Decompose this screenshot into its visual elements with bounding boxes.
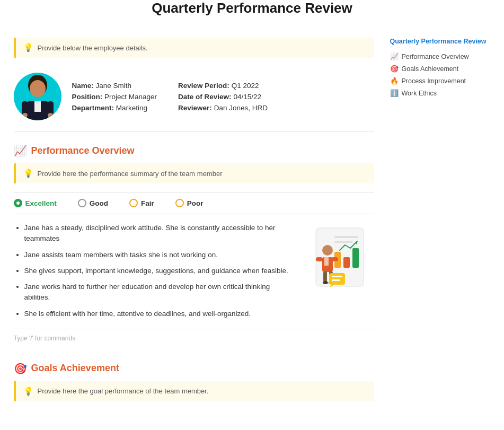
rating-good[interactable]: Good [78,199,108,207]
performance-bullets: Jane has a steady, disciplined work atti… [14,223,289,319]
radio-excellent[interactable] [14,199,22,207]
svg-point-17 [322,245,333,256]
rating-group: Excellent Good Fair Poor [14,192,374,214]
page-title: Quarterly Performance Review [0,0,504,16]
detail-col-right: Review Period: Q1 2022 Date of Review: 0… [178,82,268,112]
sidebar-ethics-label: Work Ethics [402,90,437,97]
rating-good-label: Good [90,199,108,207]
sidebar-item-performance[interactable]: 📈 Performance Overview [390,50,491,63]
rating-excellent[interactable]: Excellent [14,199,57,207]
employee-department-row: Department: Marketing [72,104,157,112]
bullet-1: Jane has a steady, disciplined work atti… [24,223,289,244]
goals-info-text: Provide here the goal performance of the… [38,387,209,395]
sidebar-goals-icon: 🎯 [390,65,399,73]
review-period-row: Review Period: Q1 2022 [178,82,268,90]
sidebar-performance-label: Performance Overview [402,53,469,60]
bullet-3: She gives support, important knowledge, … [24,266,289,276]
rating-poor-label: Poor [187,199,204,207]
bullet-list: Jane has a steady, disciplined work atti… [14,223,289,324]
performance-icon: 📈 [14,144,27,157]
svg-rect-28 [332,279,340,281]
svg-point-9 [48,113,53,117]
svg-rect-19 [324,257,329,266]
bullet-4: Jane works hard to further her education… [24,282,289,303]
svg-point-8 [22,113,28,117]
command-hint: Type '/' for commands [14,329,374,347]
goals-title: Goals Achievement [31,363,119,374]
goals-icon: 🎯 [14,362,27,375]
bullet-2: Jane assists team members with tasks she… [24,250,289,260]
svg-point-22 [323,281,328,284]
svg-rect-27 [332,276,342,277]
performance-info-box: 💡 Provide here the performance summary o… [14,163,374,183]
radio-good[interactable] [78,199,86,207]
rating-fair[interactable]: Fair [129,199,154,207]
rating-poor[interactable]: Poor [175,199,204,207]
svg-rect-26 [329,273,345,285]
svg-rect-25 [331,257,338,261]
sidebar-performance-icon: 📈 [390,52,399,60]
main-content: 💡 Provide below the employee details. [14,38,385,416]
sidebar-item-ethics[interactable]: ℹ️ Work Ethics [390,87,491,99]
bullet-5: She is efficient with her time, attentiv… [24,309,289,319]
goals-info-box: 💡 Provide here the goal performance of t… [14,381,374,401]
svg-rect-12 [334,241,353,243]
employee-card: Name: Jane Smith Position: Project Manag… [14,66,374,131]
employee-position-row: Position: Project Manager [72,93,157,101]
radio-fair[interactable] [129,199,138,207]
svg-rect-11 [334,236,358,238]
performance-illustration [300,223,374,299]
sidebar-title: Quarterly Performance Review [390,38,491,45]
detail-col-left: Name: Jane Smith Position: Project Manag… [72,82,157,112]
performance-section-header: 📈 Performance Overview [14,144,374,157]
goals-section: 🎯 Goals Achievement 💡 Provide here the g… [14,362,374,401]
sidebar-item-goals[interactable]: 🎯 Goals Achievement [390,63,491,75]
employee-info-text: Provide below the employee details. [38,44,148,52]
sidebar-process-icon: 🔥 [390,77,399,85]
bullet-section: Jane has a steady, disciplined work atti… [14,223,374,324]
date-of-review-row: Date of Review: 04/15/22 [178,93,268,101]
sidebar-ethics-icon: ℹ️ [390,89,399,97]
employee-name-row: Name: Jane Smith [72,82,157,90]
radio-poor[interactable] [175,199,184,207]
performance-section: 📈 Performance Overview 💡 Provide here th… [14,144,374,347]
avatar [14,73,61,120]
svg-rect-20 [323,271,327,282]
rating-excellent-label: Excellent [25,199,57,207]
performance-info-text: Provide here the performance summary of … [38,170,223,178]
svg-point-1 [30,80,46,97]
performance-title: Performance Overview [31,145,135,156]
svg-rect-15 [352,248,359,268]
goals-section-header: 🎯 Goals Achievement [14,362,374,375]
employee-info-box: 💡 Provide below the employee details. [14,38,374,58]
sidebar-item-process[interactable]: 🔥 Process Improvement [390,75,491,87]
sidebar-process-label: Process Improvement [402,77,466,85]
sidebar: Quarterly Performance Review 📈 Performan… [385,38,491,99]
rating-fair-label: Fair [141,199,154,207]
employee-details: Name: Jane Smith Position: Project Manag… [72,82,374,112]
svg-rect-14 [343,257,350,268]
bulb-icon-1: 💡 [23,43,33,52]
bulb-icon-3: 💡 [23,387,33,396]
reviewer-row: Reviewer: Dan Jones, HRD [178,104,268,112]
bulb-icon-2: 💡 [23,169,33,178]
svg-rect-24 [316,257,323,261]
sidebar-goals-label: Goals Achievement [402,65,459,73]
